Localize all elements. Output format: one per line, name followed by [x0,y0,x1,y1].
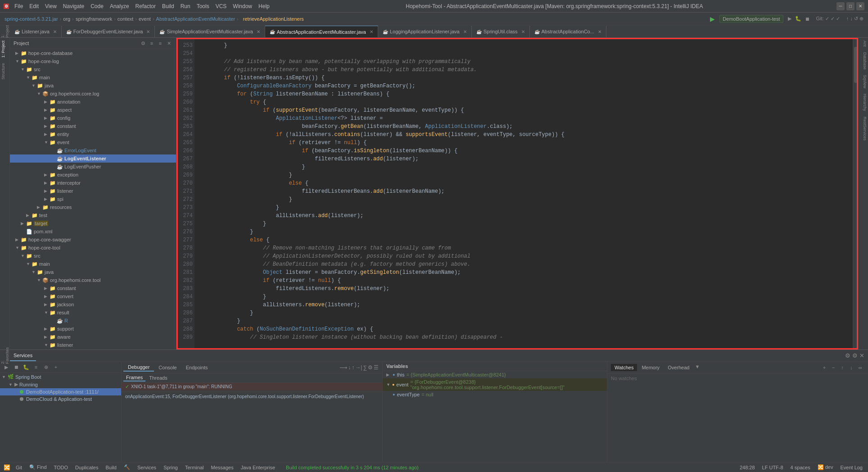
tree-item-spi[interactable]: ▶ 📁 spi [10,195,176,203]
watches-tabs[interactable]: Watches Memory Overhead ▼ [611,364,700,371]
tree-item-entity[interactable]: ▶ 📁 entity [10,130,176,138]
menu-bar[interactable]: File Edit View Navigate Code Analyze Ref… [12,2,272,10]
tree-item-package-log[interactable]: ▼ 📦 org.hopehomi.core.log [10,90,176,98]
close-tab-icon[interactable]: ✕ [370,29,373,34]
tree-item-src-2[interactable]: ▼ 📁 src [10,252,176,260]
tab-overhead[interactable]: Overhead [664,364,693,371]
close-tab-icon[interactable]: ✕ [146,29,150,34]
tree-item-errorlogevent[interactable]: ☕ ErrorLogEvent [10,146,176,154]
tab-listener[interactable]: ☕ Listener.java ✕ [10,26,62,37]
tree-item-config[interactable]: ▶ 📁 config [10,114,176,122]
svc-list-btn[interactable]: ≡ [32,363,41,372]
tree-item-hope-core-swagger[interactable]: ▶ 📁 hope-core-swagger [10,236,176,244]
menu-build[interactable]: Build [159,2,177,10]
build-status-item[interactable]: Build [104,465,118,470]
watches-remove-btn[interactable]: − [829,363,837,372]
toolbar-icon-run[interactable]: ▶ [788,16,791,22]
event-log[interactable]: Event Log [838,465,864,470]
hierarchy-tab[interactable]: Hierarchy [859,91,868,114]
tree-item-constant-tool[interactable]: ▶ 📁 constant [10,284,176,292]
breadcrumb-org[interactable]: org [63,16,70,22]
terminal-status-item[interactable]: Terminal [183,465,206,470]
watches-toolbar[interactable]: + − ↑ ↓ ∞ [820,363,864,372]
tab-simple-multicaster[interactable]: ☕ SimpleApplicationEventMulticaster.java… [155,26,265,37]
watches-up-btn[interactable]: ↑ [838,363,846,372]
close-tab-icon[interactable]: ✕ [521,29,525,34]
tree-item-logeventlistener[interactable]: ☕ LogEventListener [10,154,176,163]
menu-analyze[interactable]: Analyze [107,2,132,10]
svc-filter-btn[interactable]: ⊕ [41,363,50,372]
menu-vcs[interactable]: VCS [213,2,230,10]
services-status-item[interactable]: Services [136,465,158,470]
debug-step-over[interactable]: ⟶ [339,364,347,371]
restservices-tab[interactable]: RestServices [859,114,868,143]
frames-tab[interactable]: Frames [123,374,145,381]
window-controls[interactable]: ─ □ ✕ [836,2,864,10]
toolbar-icon-stop[interactable]: ⏹ [805,16,810,22]
expand-icon[interactable]: ▼ [695,364,700,371]
java-enterprise-status-item[interactable]: Java Enterprise [239,465,277,470]
debug-tab-debugger[interactable]: Debugger [123,363,154,372]
debug-tab-endpoints[interactable]: Endpoints [181,364,212,371]
tree-item-annotation[interactable]: ▶ 📁 annotation [10,98,176,106]
tab-abstract-co[interactable]: ☕ AbstractApplicationCo... ✕ [530,26,606,37]
var-event[interactable]: ▼ ● event = {ForDebuggerEvent@8238} "org… [383,378,607,391]
var-eventtype[interactable]: ● eventType = null [383,391,607,398]
breadcrumb-method[interactable]: retrieveApplicationListeners [243,16,304,22]
tab-watches[interactable]: Watches [611,364,637,371]
sidebar-expand[interactable]: ≡ [157,40,164,47]
menu-edit[interactable]: Edit [27,2,41,10]
bottom-panel-icons[interactable]: ⚙ ⚙ ✕ [841,352,868,359]
svc-running-group[interactable]: ▼ ▶ Running [0,381,121,388]
menu-file[interactable]: File [12,2,26,10]
run-config[interactable]: DemoBootApplication-test [719,15,783,23]
spaces-info[interactable]: 4 spaces [789,465,812,470]
spring-status-item[interactable]: Spring [162,465,180,470]
settings-icon[interactable]: ⚙ [845,352,850,359]
vertical-scrollbar[interactable] [853,38,858,349]
tree-item-hope-core-database[interactable]: ▶ 📁 hope-core-database [10,49,176,57]
config-icon[interactable]: ⚙ [852,352,858,359]
close-tab-icon[interactable]: ✕ [53,29,57,34]
breadcrumb-context[interactable]: context [118,16,133,22]
sqview-tab[interactable]: SqView [859,72,868,91]
debug-step-in[interactable]: ↓ [348,364,351,371]
git-icon[interactable]: 🔀 [4,464,10,471]
debug-run-to[interactable]: →| [355,364,362,371]
sidebar-toolbar[interactable]: ⚙ ≡ ≡ ✕ [140,40,172,47]
tree-item-java-2[interactable]: ▼ 📁 java [10,268,176,276]
debug-step-out[interactable]: ↑ [352,364,354,371]
breadcrumb-event[interactable]: event [139,16,151,22]
encoding-info[interactable]: LF UTF-8 [760,465,785,470]
close-tab-icon[interactable]: ✕ [598,29,601,34]
tree-item-target[interactable]: ▶ 📁 target [10,219,176,227]
menu-help[interactable]: Help [256,2,272,10]
svc-demo-app[interactable]: DemoBootApplication-test :1111/ [0,388,121,395]
run-button[interactable]: ▶ [710,15,715,23]
project-tab-strip[interactable]: 1: Project [0,25,10,37]
tree-item-main-2[interactable]: ▼ 📁 main [10,260,176,268]
ant-tab[interactable]: Ant [859,38,868,50]
sidebar-settings[interactable]: ⚙ [140,40,147,47]
find-status-item[interactable]: 🔍 Find [27,464,48,470]
breadcrumb-springframework[interactable]: springframework [76,16,112,22]
tab-logging-listener[interactable]: ☕ LoggingApplicationListener.java ✕ [378,26,472,37]
tab-abstract-multicaster[interactable]: ☕ AbstractApplicationEventMulticaster.ja… [265,26,378,37]
structure-tab[interactable]: Structure [0,60,9,82]
tree-item-result[interactable]: ▼ 📁 result [10,309,176,317]
favorites-strip[interactable]: 2: Favorites [0,350,10,361]
tree-item-aware[interactable]: ▶ 📁 aware [10,333,176,341]
tree-item-exception[interactable]: ▶ 📁 exception [10,171,176,179]
tree-item-logeventpusher[interactable]: ☕ LogEventPusher [10,163,176,171]
breadcrumb-jar[interactable]: spring-context-5.3.21.jar [5,16,58,22]
tree-item-event-folder[interactable]: ▼ 📁 event [10,138,176,146]
menu-window[interactable]: Window [230,2,255,10]
tree-item-support[interactable]: ▶ 📁 support [10,325,176,333]
tree-item-constant[interactable]: ▶ 📁 constant [10,122,176,130]
debug-more[interactable]: ☰ [374,364,379,371]
var-this[interactable]: ▶ ● this = {SimpleApplicationEventMultic… [383,371,607,378]
close-panel-icon[interactable]: ✕ [859,352,864,359]
svc-debug-btn[interactable]: 🐛 [22,363,31,372]
debug-controls[interactable]: ⟶ ↓ ↑ →| ∑ ⚙ ☰ [338,364,380,371]
tree-item-hope-core-tool[interactable]: ▼ 📁 hope-core-tool [10,244,176,252]
